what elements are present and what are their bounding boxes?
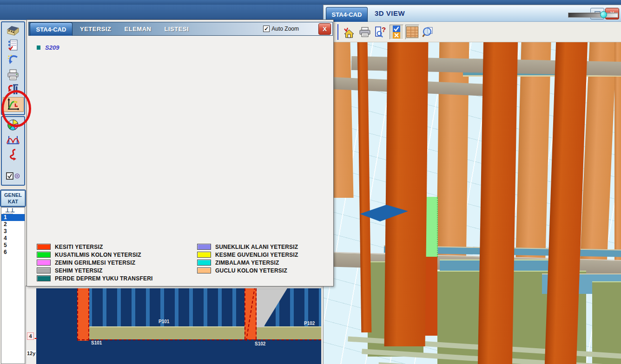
wall-label: P101: [159, 319, 169, 324]
floor-list-item[interactable]: 3: [1, 228, 25, 235]
column: [478, 42, 518, 364]
print-icon[interactable]: [358, 25, 372, 39]
print-icon[interactable]: [3, 67, 24, 82]
viewer-toolbar: ?: [324, 22, 621, 42]
pie-chart-icon-glyph: [7, 119, 19, 131]
home-check-icon[interactable]: [342, 25, 356, 39]
legend-left-column: KESITI YETERSIZ KUSATILMIS KOLON YETERSI…: [37, 243, 197, 282]
print-icon-glyph: [7, 69, 19, 80]
axis-label-4: 4: [27, 332, 34, 340]
inspect-help-icon[interactable]: ?: [374, 25, 388, 39]
floor-list-item[interactable]: 6: [1, 249, 25, 256]
bridge-icon-glyph: [7, 134, 20, 145]
bridge-icon[interactable]: [3, 132, 24, 147]
pie-chart-icon[interactable]: [3, 117, 24, 132]
dialog-titlebar[interactable]: STA4-CAD YETERSIZ ELEMAN LISTESI ✓ Auto …: [28, 22, 333, 36]
legend-label: ZEMIN GERILMESI YETERSIZ: [55, 260, 135, 266]
legend-item: PERDE DEPREM YUKU TRANSFERI: [37, 274, 197, 282]
main-toolbar-lower: [1, 116, 25, 186]
brick-wall-icon-glyph: [406, 26, 418, 38]
top-bar: [0, 0, 621, 5]
elevation-canvas[interactable]: P101 P102 S101 S102: [36, 288, 321, 364]
brick-wall-icon[interactable]: [405, 25, 419, 39]
print-icon-glyph: [359, 26, 371, 38]
3d-scene[interactable]: [324, 42, 621, 364]
legend-swatch: [37, 267, 51, 273]
legend-swatch: [197, 252, 211, 258]
legend-item: ZEMIN GERILMESI YETERSIZ: [37, 259, 197, 266]
report-list-icon-glyph: [7, 39, 19, 51]
zoom-document-icon[interactable]: [421, 25, 435, 39]
dialog-app-tab[interactable]: STA4-CAD: [30, 22, 73, 36]
element-label[interactable]: S209: [45, 44, 59, 51]
element-bullet: [37, 46, 40, 50]
building-icon-glyph: [7, 25, 19, 36]
legend-label: KESITI YETERSIZ: [55, 244, 103, 250]
legend-swatch: [197, 260, 211, 266]
auto-zoom-checkbox[interactable]: ✓: [263, 26, 270, 32]
floor-list-item[interactable]: 1: [1, 214, 25, 221]
report-list-icon[interactable]: [3, 38, 24, 52]
legend-item: SUNEKLILIK ALANI YETERSIZ: [197, 243, 325, 251]
dialog-body: S209 KESITI YETERSIZ KUSATILMIS KOLON YE…: [28, 36, 333, 286]
refresh-model-icon[interactable]: [3, 82, 24, 97]
main-toolbar-upper: [1, 21, 25, 115]
floor-list-header-icon[interactable]: ⊥⊥: [3, 208, 13, 214]
dialog-title-word: YETERSIZ: [80, 26, 112, 32]
analysis-chart-icon[interactable]: [3, 97, 24, 112]
close-icon: X: [323, 26, 327, 32]
column-label: S101: [91, 340, 102, 345]
floor-list-item[interactable]: 2: [1, 221, 25, 228]
legend-label: PERDE DEPREM YUKU TRANSFERI: [55, 275, 153, 282]
auto-zoom-label: Auto Zoom: [271, 26, 299, 32]
floor-list-item[interactable]: 5: [1, 242, 25, 249]
legend-label: SUNEKLILIK ALANI YETERSIZ: [215, 244, 298, 250]
dialog-title-word: LISTESI: [164, 26, 189, 32]
top-bar-left: [0, 5, 327, 20]
undo-icon-glyph: [7, 54, 19, 65]
legend: KESITI YETERSIZ KUSATILMIS KOLON YETERSI…: [37, 243, 325, 282]
legend-item: KUSATILMIS KOLON YETERSIZ: [37, 251, 197, 259]
yetersiz-eleman-dialog: STA4-CAD YETERSIZ ELEMAN LISTESI ✓ Auto …: [26, 20, 334, 286]
toolbar-divider: [337, 24, 338, 40]
legend-swatch: [37, 244, 51, 250]
s-curve-icon-glyph: [8, 148, 18, 161]
legend-swatch: [37, 252, 51, 258]
base-dashed-line: [77, 339, 321, 340]
legend-swatch: [37, 260, 51, 266]
floor-mode-button[interactable]: GENEL KAT: [1, 190, 25, 206]
crack-line: [246, 288, 255, 341]
dialog-close-button[interactable]: X: [318, 23, 331, 35]
building-icon[interactable]: [3, 23, 24, 38]
s-curve-icon[interactable]: [3, 147, 24, 162]
toggle-check-x-icon[interactable]: [390, 25, 403, 39]
legend-item: GUCLU KOLON YETERSIZ: [197, 266, 325, 274]
zoom-slider-knob[interactable]: [600, 11, 607, 18]
dialog-app-tab-label: STA4-CAD: [36, 26, 66, 33]
zoom-slider[interactable]: [568, 13, 618, 18]
floor-mode-label-2: KAT: [1, 199, 25, 205]
refresh-model-icon-glyph: [7, 84, 19, 96]
element-list-item[interactable]: S209: [37, 44, 59, 51]
column: [384, 42, 429, 346]
undo-icon[interactable]: [3, 52, 24, 67]
legend-label: ZIMBALAMA YETERSIZ: [215, 260, 279, 266]
auto-zoom-control[interactable]: ✓ Auto Zoom: [263, 26, 299, 32]
options-check-icon[interactable]: [3, 169, 24, 183]
elevation-drawing-window[interactable]: P101 P102 S101 S102 4 - 12y: [26, 286, 321, 364]
legend-swatch: [37, 275, 51, 281]
floor-mode-label-1: GENEL: [1, 192, 25, 199]
column-s102-shape: [244, 288, 257, 339]
dialog-title-word: ELEMAN: [125, 26, 152, 32]
column-label: S102: [255, 341, 265, 346]
column-s101-shape: [77, 288, 89, 341]
analysis-chart-icon-glyph: [7, 98, 20, 111]
toggle-check-x-icon-glyph: [392, 25, 401, 39]
foundation-band: [88, 326, 321, 339]
options-check-icon-glyph: [6, 171, 20, 181]
dialog-title-words: YETERSIZ ELEMAN LISTESI: [80, 26, 202, 32]
floor-list-item[interactable]: 4: [1, 235, 25, 242]
wall-label: P102: [304, 321, 315, 326]
floor-list: ⊥⊥ 1 2 3 4 5 6: [1, 207, 25, 364]
inspect-help-icon-glyph: ?: [374, 26, 387, 39]
